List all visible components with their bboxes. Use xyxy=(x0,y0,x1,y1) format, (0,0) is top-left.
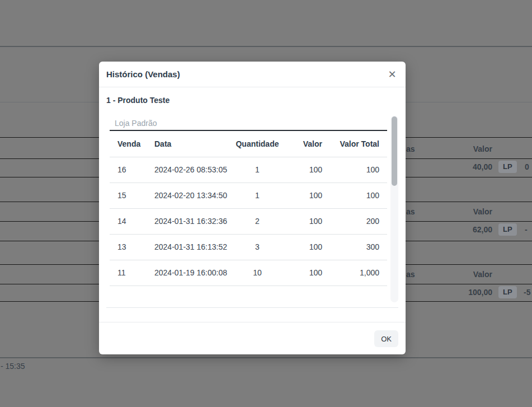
cell-quantidade: 1 xyxy=(235,183,280,208)
cell-quantidade: 10 xyxy=(235,260,280,286)
scrollbar-thumb[interactable] xyxy=(392,116,397,186)
bg-lp-badge: LP xyxy=(498,223,517,236)
bg-partial-timestamp: - 15:35 xyxy=(1,362,25,371)
product-subtitle: 1 - Produto Teste xyxy=(106,96,170,105)
cell-data: 2024-02-20 13:34:50 xyxy=(147,183,235,208)
cell-valor: 100 xyxy=(280,260,326,286)
cell-venda: 13 xyxy=(110,234,147,260)
bg-column-header-fragment: as xyxy=(406,207,415,216)
bg-bottom-divider xyxy=(0,357,532,358)
bg-top-divider xyxy=(0,46,532,47)
cell-quantidade: 2 xyxy=(235,208,280,234)
bg-valor-header: Valor xyxy=(473,270,492,279)
header-data: Data xyxy=(147,131,235,157)
bg-lp-badge: LP xyxy=(498,286,517,298)
cell-valor-total: 200 xyxy=(326,208,387,234)
cell-venda: 14 xyxy=(110,208,147,234)
bg-value-fragment: - xyxy=(525,225,528,234)
header-valor-total: Valor Total xyxy=(326,131,387,157)
table-row-partial xyxy=(110,286,387,302)
cell-quantidade: 3 xyxy=(235,234,280,260)
table-header-row: Venda Data Quantidade Valor Valor Total xyxy=(110,131,387,157)
bg-value-fragment: 0 xyxy=(525,162,529,171)
cell-data: 2024-01-31 16:13:52 xyxy=(147,234,235,260)
cell-valor: 100 xyxy=(280,183,326,208)
close-icon[interactable]: ✕ xyxy=(386,68,398,81)
bg-valor-header: Valor xyxy=(473,144,492,153)
bg-valor-value: 40,00 xyxy=(473,162,492,171)
sales-history-table: Venda Data Quantidade Valor Valor Total … xyxy=(110,131,387,302)
cell-valor: 100 xyxy=(280,234,326,260)
cell-valor: 100 xyxy=(280,157,326,183)
cell-venda: 16 xyxy=(110,157,147,183)
cell-valor-total: 1,000 xyxy=(326,260,387,286)
bg-column-header-fragment: as xyxy=(406,144,415,153)
footer-divider xyxy=(99,322,406,322)
cell-data: 2024-01-19 16:00:08 xyxy=(147,260,235,286)
cell-data: 2024-02-26 08:53:05 xyxy=(147,157,235,183)
sales-history-scroll-area[interactable]: Loja Padrão Venda Data Quantidade Valor … xyxy=(110,116,387,307)
header-venda: Venda xyxy=(110,131,147,157)
table-bottom-divider xyxy=(106,307,398,308)
table-row: 15 2024-02-20 13:34:50 1 100 100 xyxy=(110,183,387,208)
cell-data: 2024-01-31 16:32:36 xyxy=(147,208,235,234)
bg-lp-badge: LP xyxy=(498,161,517,173)
table-row: 16 2024-02-26 08:53:05 1 100 100 xyxy=(110,157,387,183)
bg-valor-value: 100,00 xyxy=(468,288,492,297)
bg-valor-value: 62,00 xyxy=(473,225,492,234)
cell-valor-total: 100 xyxy=(326,157,387,183)
table-row: 13 2024-01-31 16:13:52 3 100 300 xyxy=(110,234,387,260)
cell-venda: 11 xyxy=(110,260,147,286)
cell-quantidade: 1 xyxy=(235,157,280,183)
bg-value-fragment: -5 xyxy=(524,288,530,297)
bg-valor-header: Valor xyxy=(473,207,492,216)
header-valor: Valor xyxy=(280,131,326,157)
modal-header: Histórico (Vendas) ✕ xyxy=(99,62,406,87)
header-quantidade: Quantidade xyxy=(235,131,280,157)
partial-row-spacer xyxy=(110,286,387,302)
table-row: 14 2024-01-31 16:32:36 2 100 200 xyxy=(110,208,387,234)
cell-valor-total: 300 xyxy=(326,234,387,260)
ok-button[interactable]: OK xyxy=(374,330,398,347)
historico-vendas-modal: Histórico (Vendas) ✕ 1 - Produto Teste L… xyxy=(99,62,406,354)
table-row: 11 2024-01-19 16:00:08 10 100 1,000 xyxy=(110,260,387,286)
cell-valor-total: 100 xyxy=(326,183,387,208)
modal-title: Histórico (Vendas) xyxy=(106,62,180,87)
store-group-label: Loja Padrão xyxy=(110,116,387,131)
bg-column-header-fragment: as xyxy=(406,270,415,279)
cell-venda: 15 xyxy=(110,183,147,208)
cell-valor: 100 xyxy=(280,208,326,234)
